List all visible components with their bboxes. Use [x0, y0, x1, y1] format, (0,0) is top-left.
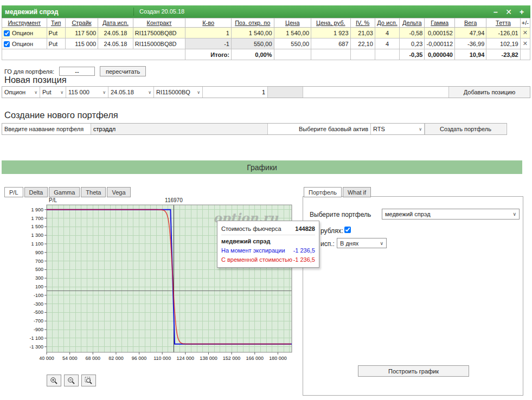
svg-text:96 000: 96 000	[132, 356, 147, 361]
svg-text:900: 900	[35, 250, 43, 255]
totals-percent: 0,00%	[231, 49, 274, 60]
tab-vega[interactable]: Vega	[107, 187, 130, 197]
svg-text:P/L: P/L	[49, 197, 57, 203]
totals-vega: 10,94	[454, 49, 486, 60]
tooltip-expiration-value: -1 236,5	[293, 247, 315, 254]
contract-select[interactable]: RI115000BQ∨	[154, 87, 203, 98]
build-chart-button[interactable]: Построить график	[358, 365, 469, 377]
column-header-8[interactable]: Цена, руб.	[311, 18, 351, 28]
tooltip-future-value: 144828	[295, 225, 315, 232]
chevron-down-icon: ∨	[32, 90, 37, 95]
zoom-in-button[interactable]	[47, 375, 61, 386]
zoom-reset-icon	[85, 377, 93, 385]
column-header-5[interactable]: К-во	[185, 18, 232, 28]
portfolio-select[interactable]: медвежий спрэд ∨	[382, 209, 520, 220]
svg-text:110 000: 110 000	[153, 356, 171, 361]
contract-cell: RI117500BQ8D	[133, 28, 185, 38]
charts-section-header: Графики	[2, 160, 522, 174]
zoom-out-button[interactable]	[64, 375, 79, 386]
column-header-11[interactable]: Дельта	[400, 18, 425, 28]
column-header-12[interactable]: Гамма	[425, 18, 454, 28]
chart-tabs: P/LDeltaGammaThetaVega	[4, 187, 131, 197]
svg-text:180 000: 180 000	[269, 356, 287, 361]
row-checkbox[interactable]	[4, 41, 10, 47]
svg-text:54 000: 54 000	[62, 356, 78, 361]
tab-theta[interactable]: Theta	[81, 187, 106, 197]
iv-cell: 22,10	[350, 38, 375, 49]
exp_date-cell: 24.05.18	[98, 28, 133, 38]
expiration-units-select[interactable]: В днях ∨	[337, 238, 387, 248]
position-row: ОпционPut117 50024.05.18RI117500BQ8D11 5…	[2, 28, 530, 38]
price-cell: 1 540,00	[274, 28, 311, 38]
expiration-label: исп.:	[321, 240, 335, 248]
tab-портфель[interactable]: Портфель	[304, 187, 342, 197]
quantity-input[interactable]	[203, 87, 268, 98]
column-header-15: +/-	[520, 18, 530, 28]
column-header-9[interactable]: IV, %	[350, 18, 375, 28]
svg-text:-900: -900	[34, 327, 43, 332]
column-header-2[interactable]: Страйк	[65, 18, 98, 28]
tooltip-future-label: Стоимость фьючерса	[221, 225, 281, 232]
qty-cell[interactable]: -1	[185, 38, 232, 49]
column-header-10[interactable]: До исп.	[375, 18, 399, 28]
totals-label: Итого:	[185, 49, 232, 60]
open_pos-cell[interactable]: 1 540,00	[231, 28, 274, 38]
tab-delta[interactable]: Delta	[24, 187, 48, 197]
open_pos-cell[interactable]: 550,00	[231, 38, 274, 49]
instrument-cell: Опцион	[2, 28, 47, 38]
new-portfolio-heading: Создание нового портфеля	[4, 110, 118, 120]
svg-text:116970: 116970	[165, 197, 183, 203]
zoom-reset-button[interactable]	[81, 375, 96, 386]
column-header-1[interactable]: Тип	[47, 18, 65, 28]
vega-cell: -36,99	[454, 38, 486, 49]
close-button[interactable]: ✕	[502, 8, 515, 16]
vega-cell: 47,94	[454, 28, 486, 38]
portfolio-window: медвежий спрэд Создан 20.05.18 – ✕ + Инс…	[2, 5, 530, 60]
row-checkbox[interactable]	[4, 30, 10, 36]
tab-p/l[interactable]: P/L	[4, 187, 23, 197]
strike-select[interactable]: 115 000∨	[66, 87, 108, 98]
qty-cell[interactable]: 1	[185, 28, 232, 38]
svg-text:40 000: 40 000	[39, 356, 54, 361]
tab-gamma[interactable]: Gamma	[49, 187, 80, 197]
chevron-down-icon: ∨	[377, 241, 383, 246]
create-portfolio-button[interactable]: Создать портфель	[425, 124, 506, 134]
base-asset-select[interactable]: RTS∨	[371, 124, 425, 134]
svg-text:500: 500	[35, 267, 43, 272]
expiration-units-value: В днях	[340, 240, 358, 247]
svg-text:1 900: 1 900	[31, 207, 43, 212]
tooltip-timevalue-value: -1 236,5	[293, 256, 315, 263]
portfolio-name-input[interactable]	[91, 124, 268, 134]
delta-cell: 0,23	[400, 38, 425, 49]
column-header-13[interactable]: Вега	[454, 18, 486, 28]
date-select[interactable]: 24.05.18∨	[108, 87, 154, 98]
column-header-0[interactable]: Инструмент	[2, 18, 47, 28]
column-header-6[interactable]: Поз. откр. по	[231, 18, 274, 28]
minimize-button[interactable]: –	[489, 8, 502, 16]
column-header-7[interactable]: Цена	[274, 18, 311, 28]
column-header-14[interactable]: Тетта	[486, 18, 520, 28]
select-portfolio-label: Выберите портфель	[310, 211, 371, 218]
strike-select-value: 115 000	[68, 89, 89, 95]
column-header-3[interactable]: Дата исп.	[98, 18, 133, 28]
column-header-4[interactable]: Контракт	[133, 18, 185, 28]
add-position-button[interactable]: Добавить позицию	[448, 87, 530, 98]
new-position-heading: Новая позиция	[4, 75, 67, 85]
price-input[interactable]	[268, 87, 303, 98]
instrument-select[interactable]: Опцион∨	[2, 87, 40, 98]
remove-row-button[interactable]: ✕	[520, 38, 530, 49]
totals-row: Итого: 0,00% -0,35 0,000040 10,94 -23,82	[2, 49, 530, 60]
svg-text:166 000: 166 000	[246, 356, 264, 361]
positions-table: ИнструментТипСтрайкДата исп.КонтрактК-во…	[2, 18, 530, 60]
remove-row-button[interactable]: ✕	[520, 28, 530, 38]
recalculate-button[interactable]: пересчитать	[100, 66, 146, 76]
tab-what-if[interactable]: What if	[343, 187, 371, 197]
type-select[interactable]: Put∨	[40, 87, 66, 98]
right-panel-tabs: ПортфельWhat if	[304, 187, 371, 197]
rubles-checkbox[interactable]	[344, 227, 351, 233]
svg-text:138 000: 138 000	[200, 356, 217, 361]
add-button[interactable]: +	[515, 8, 528, 16]
svg-text:82 000: 82 000	[108, 356, 124, 361]
strike-cell: 115 000	[65, 38, 98, 49]
totals-empty	[311, 49, 351, 60]
